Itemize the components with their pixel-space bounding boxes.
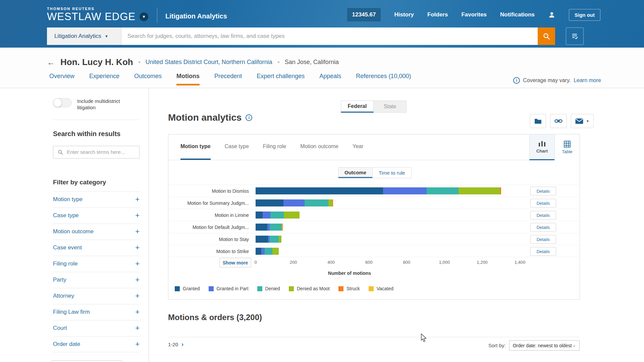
nav-history[interactable]: History (394, 11, 414, 18)
bar-segment-granted[interactable] (256, 212, 263, 219)
email-button[interactable]: ▼ (571, 114, 594, 128)
stacked-bar[interactable] (256, 248, 279, 255)
details-button[interactable]: Details (530, 199, 556, 207)
filter-category-motion-type[interactable]: Motion type+ (53, 191, 140, 207)
bar-segment-denied[interactable] (427, 187, 459, 194)
nav-notifications[interactable]: Notifications (500, 11, 535, 18)
client-id-badge[interactable]: 12345.67 (347, 8, 381, 21)
bar-segment-denied[interactable] (270, 236, 279, 243)
expand-plus-icon[interactable]: + (135, 259, 140, 268)
details-button[interactable]: Details (530, 223, 556, 232)
stacked-bar[interactable] (256, 236, 281, 243)
details-button[interactable]: Details (530, 235, 556, 244)
expand-plus-icon[interactable]: + (135, 292, 140, 300)
filter-category-case-type[interactable]: Case type+ (53, 207, 140, 224)
bar-segment-granted-in-part[interactable] (383, 187, 426, 194)
outcome-tab[interactable]: Outcome (338, 168, 372, 178)
bar-segment-granted-in-part[interactable] (283, 199, 305, 206)
stacked-bar[interactable] (256, 199, 333, 206)
tab-outcomes[interactable]: Outcomes (134, 73, 162, 85)
nav-folders[interactable]: Folders (427, 11, 448, 18)
bar-segment-denied[interactable] (270, 212, 284, 219)
filter-category-motion-outcome[interactable]: Motion outcome+ (53, 224, 140, 240)
time-to-rule-tab[interactable]: Time to rule (372, 168, 411, 178)
chart-tab-motion-outcome[interactable]: Motion outcome (300, 134, 338, 160)
filter-category-party[interactable]: Party+ (53, 272, 140, 288)
filter-category-case-event[interactable]: Case event+ (53, 240, 140, 256)
tab-expert-challenges[interactable]: Expert challenges (257, 73, 305, 85)
coverage-learn-more-link[interactable]: Learn more (574, 77, 601, 83)
bar-segment-struck[interactable] (332, 199, 333, 206)
tab-precedent[interactable]: Precedent (214, 73, 242, 85)
filter-category-court[interactable]: Court+ (53, 320, 140, 336)
expand-plus-icon[interactable]: + (135, 211, 140, 220)
bar-segment-granted-in-part[interactable] (263, 212, 270, 219)
bar-segment-granted[interactable] (256, 199, 283, 206)
bar-segment-denied-as-moot[interactable] (328, 199, 332, 206)
tab-experience[interactable]: Experience (89, 73, 119, 85)
stacked-bar[interactable] (256, 212, 300, 219)
back-arrow-icon[interactable]: ← (47, 58, 55, 66)
state-tab[interactable]: State (374, 101, 407, 113)
advanced-filtering-button[interactable]: Advanced filtering options (52, 360, 122, 362)
table-view-button[interactable]: Table (554, 134, 580, 160)
search-button[interactable] (538, 27, 555, 45)
tab-motions[interactable]: Motions (176, 73, 200, 85)
brand-dropdown-icon[interactable]: ▼ (140, 12, 148, 21)
expand-plus-icon[interactable]: + (135, 227, 140, 236)
bar-segment-granted[interactable] (256, 248, 261, 255)
chart-tab-year[interactable]: Year (353, 134, 363, 160)
bar-segment-granted[interactable] (256, 187, 383, 194)
bar-segment-denied-as-moot[interactable] (272, 248, 279, 255)
folder-button[interactable] (530, 114, 546, 128)
tab-appeals[interactable]: Appeals (319, 73, 341, 85)
expand-plus-icon[interactable]: + (135, 195, 140, 204)
chart-view-button[interactable]: Chart (529, 134, 554, 160)
next-page-chevron-icon[interactable]: › (181, 341, 183, 347)
bar-segment-denied[interactable] (305, 199, 329, 206)
sort-order-dropdown[interactable]: Order date: newest to oldest ⌄ (509, 340, 580, 351)
court-link[interactable]: United States District Court, Northern C… (146, 59, 272, 66)
bar-segment-granted-in-part[interactable] (261, 248, 265, 255)
show-more-button[interactable]: Show more (219, 258, 251, 267)
expand-plus-icon[interactable]: + (135, 308, 140, 316)
research-plan-button[interactable] (566, 27, 584, 45)
expand-plus-icon[interactable]: + (135, 340, 140, 349)
tab-references[interactable]: References (10,000) (356, 73, 411, 85)
expand-plus-icon[interactable]: + (135, 243, 140, 252)
search-scope-dropdown[interactable]: Litigation Analytics ▼ (47, 27, 121, 45)
motion-analytics-info-icon[interactable]: i (246, 114, 252, 121)
sign-out-button[interactable]: Sign out (569, 9, 600, 21)
bar-segment-denied-as-moot[interactable] (284, 212, 299, 219)
nav-favorites[interactable]: Favorites (461, 11, 487, 18)
bar-segment-denied[interactable] (270, 224, 281, 231)
stacked-bar[interactable] (256, 187, 501, 194)
expand-plus-icon[interactable]: + (135, 276, 140, 284)
stacked-bar[interactable] (256, 224, 283, 231)
search-within-results-input[interactable] (67, 149, 130, 155)
filter-category-filing-law-firm[interactable]: Filing Law firm+ (53, 304, 140, 320)
bar-segment-denied-as-moot[interactable] (459, 187, 500, 194)
filter-category-order-date[interactable]: Order date+ (53, 336, 140, 352)
chart-tab-case-type[interactable]: Case type (225, 134, 249, 160)
details-button[interactable]: Details (530, 187, 556, 195)
multidistrict-toggle[interactable] (53, 98, 72, 107)
details-button[interactable]: Details (530, 247, 556, 256)
filter-category-filing-role[interactable]: Filing role+ (53, 256, 140, 272)
tab-overview[interactable]: Overview (49, 73, 74, 85)
bar-segment-denied[interactable] (265, 248, 272, 255)
bar-segment-struck[interactable] (282, 224, 283, 231)
bar-segment-struck[interactable] (500, 187, 501, 194)
chart-tab-filing-role[interactable]: Filing role (263, 134, 286, 160)
copy-link-button[interactable] (550, 114, 567, 128)
federal-tab[interactable]: Federal (341, 101, 374, 113)
global-search-input[interactable] (121, 27, 538, 45)
details-button[interactable]: Details (530, 211, 556, 220)
bar-segment-denied-as-moot[interactable] (279, 236, 281, 243)
westlaw-edge-logo[interactable]: THOMSON REUTERS WESTLAW EDGE ▼ (47, 7, 148, 23)
filter-category-attorney[interactable]: Attorney+ (53, 288, 140, 304)
user-account-icon[interactable] (548, 11, 555, 18)
chart-tab-motion-type[interactable]: Motion type (180, 134, 211, 160)
bar-segment-granted[interactable] (256, 224, 267, 231)
expand-plus-icon[interactable]: + (135, 324, 140, 333)
